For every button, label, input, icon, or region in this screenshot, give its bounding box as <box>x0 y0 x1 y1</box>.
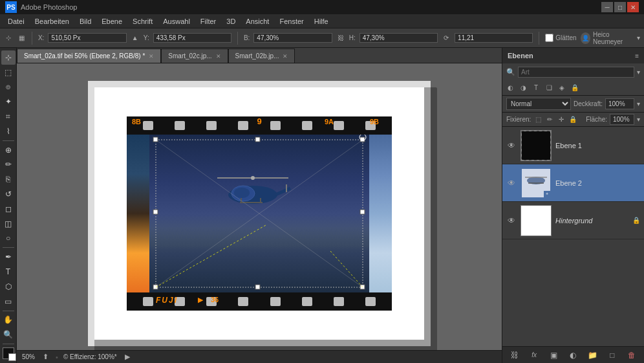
layer-item-ebene1[interactable]: 👁 Ebene 1 <box>502 127 644 164</box>
svg-rect-17 <box>255 137 260 142</box>
app-title: Adobe Photoshop <box>21 3 77 11</box>
lock-move-icon[interactable]: ✛ <box>557 115 566 124</box>
clone-tool[interactable]: ⎘ <box>1 172 16 186</box>
ps-logo: PS <box>5 1 17 13</box>
healing-tool[interactable]: ⊕ <box>1 143 16 157</box>
film-strip: 8B 9 9A 9B <box>127 116 392 311</box>
svg-rect-19 <box>153 210 158 214</box>
b-input[interactable] <box>253 33 332 43</box>
layer-visibility-hintergrund[interactable]: 👁 <box>506 215 517 226</box>
panel-menu-icon[interactable]: ≡ <box>635 52 639 60</box>
fill-chevron-icon[interactable]: ▾ <box>637 116 640 123</box>
play-icon: ▶ <box>122 352 133 362</box>
maximize-button[interactable]: □ <box>614 2 626 12</box>
lock-paint-icon[interactable]: ✏ <box>545 115 554 124</box>
layer-visibility-ebene2[interactable]: 👁 <box>506 178 517 188</box>
move-tool[interactable]: ⊹ <box>1 50 16 65</box>
opacity-chevron-icon[interactable]: ▾ <box>637 100 640 107</box>
filter-pixel-icon[interactable]: ◐ <box>505 83 515 93</box>
filter-smart-icon[interactable]: ◈ <box>557 83 567 93</box>
film-number-9a: 9A <box>325 118 334 126</box>
minimize-button[interactable]: ─ <box>601 2 613 12</box>
menu-filter[interactable]: Filter <box>195 16 221 27</box>
path-tool[interactable]: ⬡ <box>1 280 16 294</box>
zoom-tool[interactable]: 🔍 <box>1 327 16 342</box>
chevron-down-icon[interactable]: ▾ <box>637 69 640 76</box>
canvas-area: Smart_02a.tif bei 50% (Ebene 2, RGB/8) *… <box>17 48 502 363</box>
background-lock-icon: 🔒 <box>632 217 640 224</box>
angle-input[interactable] <box>455 33 533 43</box>
menu-ebene[interactable]: Ebene <box>96 16 127 27</box>
filter-shape-icon[interactable]: ❏ <box>544 83 554 93</box>
new-layer-button[interactable]: □ <box>606 349 618 361</box>
background-color[interactable] <box>8 353 16 361</box>
layer-item-ebene2[interactable]: 👁 + Ebene 2 <box>502 164 644 202</box>
menu-auswahl[interactable]: Auswahl <box>158 16 195 27</box>
lock-pixels-icon[interactable]: ⬚ <box>533 115 542 124</box>
opacity-input[interactable] <box>605 98 634 109</box>
blend-mode-select[interactable]: Normal <box>506 98 571 110</box>
tab-close-2[interactable]: ✕ <box>283 53 288 60</box>
y-input[interactable] <box>153 33 231 43</box>
hand-tool[interactable]: ✋ <box>1 313 16 327</box>
fx-button[interactable]: fx <box>528 349 540 361</box>
quick-select-tool[interactable]: ✦ <box>1 94 16 109</box>
menu-3d[interactable]: 3D <box>221 16 241 27</box>
eyedropper-tool[interactable]: ⌇ <box>1 124 16 138</box>
layer-item-hintergrund[interactable]: 👁 Hintergrund 🔒 <box>502 202 644 239</box>
dodge-tool[interactable]: ○ <box>1 232 16 246</box>
shape-tool[interactable]: ▭ <box>1 294 16 309</box>
type-tool[interactable]: T <box>1 265 16 279</box>
tab-smart02b[interactable]: Smart_02b.jp... ✕ <box>228 49 295 63</box>
lasso-tool[interactable]: ⌾ <box>1 80 16 94</box>
link-layers-button[interactable]: ⛓ <box>509 349 521 361</box>
gradient-tool[interactable]: ◫ <box>1 217 16 231</box>
smooth-check[interactable]: Glätten <box>545 34 576 42</box>
layer-name-ebene1: Ebene 1 <box>555 142 582 149</box>
separator-1 <box>32 32 32 45</box>
filter-adjust-icon[interactable]: ◑ <box>518 83 528 93</box>
h-input[interactable] <box>360 33 438 43</box>
window-controls[interactable]: ─ □ ✕ <box>601 2 639 12</box>
menu-hilfe[interactable]: Hilfe <box>309 16 334 27</box>
group-button[interactable]: 📁 <box>587 349 599 361</box>
eraser-tool[interactable]: ◻ <box>1 202 16 216</box>
separator-3 <box>539 32 539 45</box>
film-brand: FUJI <box>156 296 178 305</box>
tab-label-2: Smart_02b.jp... <box>235 52 279 60</box>
x-input[interactable] <box>48 33 126 43</box>
close-button[interactable]: ✕ <box>627 2 639 12</box>
tab-close-1[interactable]: ✕ <box>216 53 221 60</box>
tab-close-0[interactable]: ✕ <box>149 53 154 60</box>
crop-tool[interactable]: ⌗ <box>1 109 16 124</box>
film-hole-b6 <box>302 297 312 306</box>
filter-type-icon[interactable]: T <box>531 83 541 93</box>
foreground-color[interactable] <box>3 347 14 359</box>
film-holes-top: 8B 9 9A 9B <box>127 116 392 135</box>
layer-search-input[interactable] <box>518 67 634 78</box>
smooth-checkbox[interactable] <box>545 34 553 42</box>
mask-button[interactable]: ▣ <box>548 349 559 361</box>
delete-layer-button[interactable]: 🗑 <box>626 349 638 361</box>
menu-fenster[interactable]: Fenster <box>274 16 308 27</box>
title-bar-left: PS Adobe Photoshop <box>5 1 77 13</box>
adjustment-button[interactable]: ◐ <box>567 349 579 361</box>
marquee-tool[interactable]: ⬚ <box>1 65 16 80</box>
menu-ansicht[interactable]: Ansicht <box>241 16 274 27</box>
history-brush-tool[interactable]: ↺ <box>1 187 16 201</box>
lock-all-icon[interactable]: 🔒 <box>568 115 577 124</box>
layer-visibility-ebene1[interactable]: 👁 <box>506 140 517 151</box>
menu-bearbeiten[interactable]: Bearbeiten <box>30 16 74 27</box>
canvas-bg[interactable]: 8B 9 9A 9B <box>88 81 431 346</box>
film-hole-t7 <box>334 121 344 130</box>
tab-smart02a[interactable]: Smart_02a.tif bei 50% (Ebene 2, RGB/8) *… <box>17 49 161 63</box>
tab-smart02c[interactable]: Smart_02c.jp... ✕ <box>161 49 228 63</box>
pen-tool[interactable]: ✒ <box>1 250 16 264</box>
status-separator: • <box>56 353 58 361</box>
filter-lock-icon[interactable]: 🔒 <box>570 83 580 93</box>
fill-input[interactable] <box>610 114 634 125</box>
menu-schrift[interactable]: Schrift <box>127 16 158 27</box>
brush-tool[interactable]: ✏ <box>1 158 16 172</box>
menu-bild[interactable]: Bild <box>74 16 96 27</box>
menu-datei[interactable]: Datei <box>3 16 30 27</box>
